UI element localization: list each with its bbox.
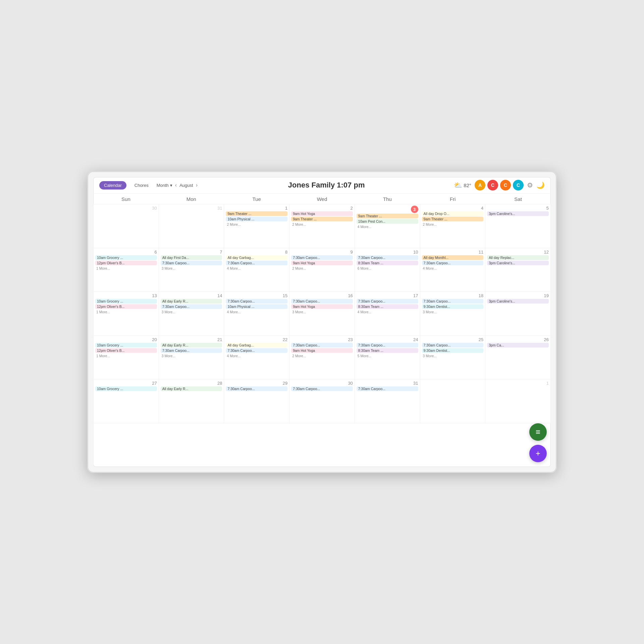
tab-calendar[interactable]: Calendar <box>99 181 126 190</box>
event-pill[interactable]: 9am Hot Yoga <box>291 211 353 216</box>
event-pill[interactable]: 12pm Oliver's B... <box>95 348 157 353</box>
event-pill[interactable]: 7:30am Carpoo... <box>357 299 418 304</box>
event-pill[interactable]: 8:30am Team ... <box>357 304 418 309</box>
event-pill[interactable]: 9am Theater ... <box>291 217 353 221</box>
cal-cell-w0-d4[interactable]: 39am Theater ...10am Pest Con...4 More..… <box>355 204 420 248</box>
cal-cell-w1-d1[interactable]: 7All day First Da...7:30am Carpoo...3 Mo… <box>159 248 224 292</box>
event-pill[interactable]: All day Early R... <box>161 343 222 347</box>
cal-cell-w4-d5[interactable] <box>420 379 486 423</box>
event-pill[interactable]: 3pm Caroline's... <box>487 211 549 216</box>
event-pill[interactable]: 7:30am Carpoo... <box>422 299 484 304</box>
more-events[interactable]: 4 More... <box>357 224 418 229</box>
cal-cell-w3-d5[interactable]: 257:30am Carpoo...9:30am Dentist...3 Mor… <box>420 336 486 380</box>
more-events[interactable]: 1 More... <box>95 266 157 271</box>
cal-cell-w1-d5[interactable]: 11All day Monthl...7:30am Carpoo...4 Mor… <box>420 248 486 292</box>
more-events[interactable]: 2 More... <box>291 222 353 227</box>
more-events[interactable]: 3 More... <box>161 310 222 314</box>
more-events[interactable]: 1 More... <box>95 354 157 358</box>
more-events[interactable]: 2 More... <box>291 266 353 271</box>
event-pill[interactable]: 10am Grocery ... <box>95 255 157 260</box>
event-pill[interactable]: 8:30am Team ... <box>357 348 418 353</box>
cal-cell-w1-d2[interactable]: 8All day Garbag...7:30am Carpoo...4 More… <box>224 248 289 292</box>
cal-cell-w4-d0[interactable]: 2710am Grocery ... <box>94 379 159 423</box>
event-pill[interactable]: 9am Theater ... <box>422 217 484 221</box>
event-pill[interactable]: All day Monthl... <box>422 255 484 260</box>
event-pill[interactable]: All day Early R... <box>161 299 222 304</box>
event-pill[interactable]: 10am Grocery ... <box>95 386 157 391</box>
cal-cell-w3-d1[interactable]: 21All day Early R...7:30am Carpoo...3 Mo… <box>159 336 224 380</box>
cal-cell-w4-d6[interactable]: 1 <box>485 379 551 423</box>
cal-cell-w1-d0[interactable]: 610am Grocery ...12pm Oliver's B...1 Mor… <box>94 248 159 292</box>
next-month-button[interactable]: › <box>195 182 199 188</box>
event-pill[interactable]: 7:30am Carpoo... <box>357 255 418 260</box>
avatar-2[interactable]: C <box>500 180 511 191</box>
cal-cell-w0-d2[interactable]: 19am Theater ...10am Physical ...2 More.… <box>224 204 289 248</box>
more-events[interactable]: 4 More... <box>226 310 287 314</box>
event-pill[interactable]: 9:30am Dentist... <box>422 304 484 309</box>
event-pill[interactable]: 12pm Oliver's B... <box>95 304 157 309</box>
event-pill[interactable]: 3pm Caroline's... <box>487 261 549 265</box>
event-pill[interactable]: 8:30am Team ... <box>357 261 418 265</box>
more-events[interactable]: 4 More... <box>357 310 418 314</box>
more-events[interactable]: 1 More... <box>95 310 157 314</box>
add-fab-button[interactable]: + <box>529 445 547 462</box>
cal-cell-w2-d5[interactable]: 187:30am Carpoo...9:30am Dentist...3 Mor… <box>420 292 486 336</box>
prev-month-button[interactable]: ‹ <box>174 182 178 188</box>
event-pill[interactable]: All day Garbag... <box>226 343 287 347</box>
event-pill[interactable]: 10am Physical ... <box>226 304 287 309</box>
event-pill[interactable]: 10am Pest Con... <box>357 219 418 224</box>
more-events[interactable]: 4 More... <box>422 266 484 271</box>
cal-cell-w4-d2[interactable]: 297:30am Carpoo... <box>224 379 289 423</box>
cal-cell-w3-d4[interactable]: 247:30am Carpoo...8:30am Team ...5 More.… <box>355 336 420 380</box>
cal-cell-w0-d0[interactable]: 30 <box>94 204 159 248</box>
event-pill[interactable]: 7:30am Carpoo... <box>422 343 484 347</box>
event-pill[interactable]: All day Garbag... <box>226 255 287 260</box>
cal-cell-w2-d0[interactable]: 1310am Grocery ...12pm Oliver's B...1 Mo… <box>94 292 159 336</box>
event-pill[interactable]: 10am Physical ... <box>226 217 287 221</box>
cal-cell-w4-d1[interactable]: 28All day Early R... <box>159 379 224 423</box>
event-pill[interactable]: 3pm Ca... <box>487 343 549 347</box>
more-events[interactable]: 5 More... <box>357 354 418 358</box>
event-pill[interactable]: 9am Hot Yoga <box>291 304 353 309</box>
cal-cell-w2-d6[interactable]: 193pm Caroline's... <box>485 292 551 336</box>
event-pill[interactable]: 12pm Oliver's B... <box>95 261 157 265</box>
avatar-3[interactable]: C <box>513 180 524 191</box>
cal-cell-w3-d6[interactable]: 263pm Ca... <box>485 336 551 380</box>
event-pill[interactable]: 7:30am Carpoo... <box>291 299 353 304</box>
event-pill[interactable]: 9am Hot Yoga <box>291 261 353 265</box>
avatar-1[interactable]: C <box>487 180 498 191</box>
event-pill[interactable]: 3pm Caroline's... <box>487 299 549 304</box>
cal-cell-w2-d2[interactable]: 157:30am Carpoo...10am Physical ...4 Mor… <box>224 292 289 336</box>
more-events[interactable]: 4 More... <box>226 266 287 271</box>
cal-cell-w2-d3[interactable]: 167:30am Carpoo...9am Hot Yoga3 More... <box>289 292 355 336</box>
event-pill[interactable]: 7:30am Carpoo... <box>161 261 222 265</box>
cal-cell-w1-d3[interactable]: 97:30am Carpoo...9am Hot Yoga2 More... <box>289 248 355 292</box>
event-pill[interactable]: 7:30am Carpoo... <box>226 299 287 304</box>
event-pill[interactable]: 7:30am Carpoo... <box>357 386 418 391</box>
cal-cell-w2-d1[interactable]: 14All day Early R...7:30am Carpoo...3 Mo… <box>159 292 224 336</box>
cal-cell-w0-d1[interactable]: 31 <box>159 204 224 248</box>
cal-cell-w3-d3[interactable]: 237:30am Carpoo...9am Hot Yoga2 More... <box>289 336 355 380</box>
event-pill[interactable]: 7:30am Carpoo... <box>226 261 287 265</box>
event-pill[interactable]: 7:30am Carpoo... <box>357 343 418 347</box>
more-events[interactable]: 2 More... <box>226 222 287 227</box>
more-events[interactable]: 4 More... <box>226 354 287 358</box>
more-events[interactable]: 6 More... <box>357 266 418 271</box>
more-events[interactable]: 3 More... <box>161 354 222 358</box>
event-pill[interactable]: 7:30am Carpoo... <box>291 343 353 347</box>
cal-cell-w0-d3[interactable]: 29am Hot Yoga9am Theater ...2 More... <box>289 204 355 248</box>
event-pill[interactable]: 7:30am Carpoo... <box>226 348 287 353</box>
cal-cell-w4-d4[interactable]: 317:30am Carpoo... <box>355 379 420 423</box>
cal-cell-w4-d3[interactable]: 307:30am Carpoo... <box>289 379 355 423</box>
more-events[interactable]: 2 More... <box>422 222 484 227</box>
event-pill[interactable]: All day Drop O... <box>422 211 484 216</box>
more-events[interactable]: 3 More... <box>291 310 353 314</box>
event-pill[interactable]: 9am Theater ... <box>226 211 287 216</box>
more-events[interactable]: 3 More... <box>161 266 222 271</box>
more-events[interactable]: 3 More... <box>422 310 484 314</box>
more-events[interactable]: 3 More... <box>422 354 484 358</box>
list-fab-button[interactable]: ≡ <box>529 423 547 441</box>
avatar-0[interactable]: A <box>475 180 485 191</box>
tab-chores[interactable]: Chores <box>130 181 153 190</box>
event-pill[interactable]: 7:30am Carpoo... <box>291 255 353 260</box>
